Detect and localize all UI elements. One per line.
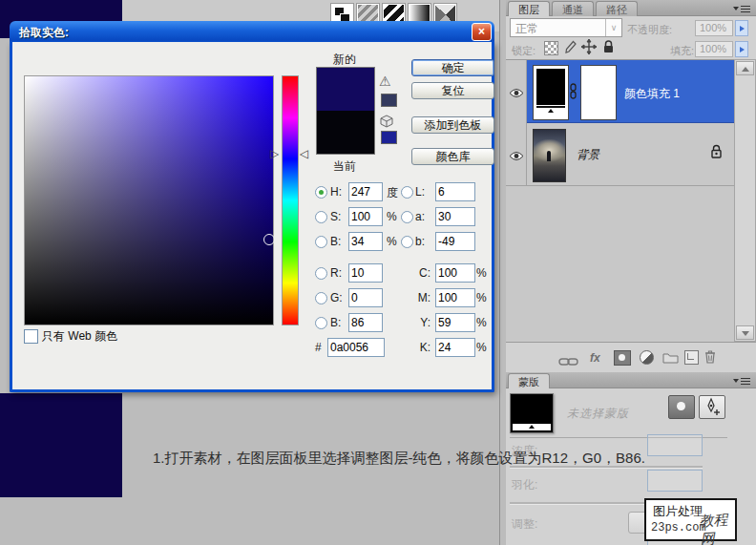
tutorial-caption: 1.打开素材，在图层面板里选择调整图层-纯色，将颜色设置为R12，G0，B86.: [153, 450, 645, 468]
ok-button[interactable]: 确定: [411, 59, 494, 76]
b-input[interactable]: [348, 232, 383, 251]
s-input[interactable]: [348, 207, 383, 226]
vector-mask-button[interactable]: [699, 395, 725, 419]
k-label: K:: [411, 341, 430, 354]
new-adjustment-layer-icon[interactable]: [640, 350, 654, 365]
masks-tabbar: 蒙版: [506, 372, 756, 388]
layers-bottom-bar: fx: [506, 342, 756, 372]
opacity-spinner-icon[interactable]: [735, 20, 748, 36]
color-field[interactable]: [24, 75, 274, 325]
m-input[interactable]: [435, 288, 475, 307]
add-layer-mask-icon[interactable]: [614, 350, 631, 366]
c-input[interactable]: [435, 263, 475, 283]
layer-style-icon[interactable]: fx: [590, 351, 600, 365]
hex-input[interactable]: [327, 338, 385, 357]
k-input[interactable]: [435, 338, 475, 357]
radio-a[interactable]: [401, 211, 413, 223]
l-input[interactable]: [435, 182, 475, 201]
hue-slider[interactable]: [282, 75, 299, 325]
new-color-swatch: [317, 68, 374, 111]
color-libraries-button[interactable]: 颜色库: [411, 148, 494, 165]
layers-scrollbar[interactable]: [734, 59, 756, 342]
layer-lock-icon: [710, 144, 723, 162]
density-input[interactable]: [647, 434, 703, 456]
fill-value[interactable]: 100%: [695, 41, 733, 57]
b2-input[interactable]: [435, 232, 475, 251]
chevron-down-icon: ∨: [605, 19, 621, 36]
web-safe-color-swatch[interactable]: [381, 131, 397, 144]
visibility-cell[interactable]: [506, 60, 527, 123]
new-group-icon[interactable]: [662, 350, 679, 367]
dialog-titlebar[interactable]: 拾取实色: ×: [10, 21, 494, 42]
feather-input[interactable]: [647, 470, 703, 492]
add-to-swatches-button[interactable]: 添加到色板: [411, 116, 494, 134]
gamut-warning-icon[interactable]: ⚠: [379, 74, 391, 88]
layer-list: 颜色填充 1 背景: [506, 59, 734, 342]
tab-layers[interactable]: 图层: [508, 1, 550, 16]
watermark-line2: 23ps.com: [651, 521, 706, 535]
b-suffix: %: [387, 235, 397, 248]
reset-button[interactable]: 复位: [411, 82, 494, 99]
lock-all-icon[interactable]: [602, 40, 615, 57]
radio-b-brightness[interactable]: [315, 236, 327, 248]
radio-b-rgb[interactable]: [315, 317, 327, 329]
s-suffix: %: [387, 210, 397, 223]
blend-mode-select[interactable]: 正常 ∨: [510, 18, 622, 37]
scroll-down-icon[interactable]: [736, 325, 754, 340]
radio-b-lab[interactable]: [401, 236, 413, 248]
lock-paint-brush-icon[interactable]: [563, 40, 578, 58]
eye-icon[interactable]: [509, 148, 524, 165]
radio-l[interactable]: [401, 186, 413, 199]
layers-panel-menu-icon[interactable]: [733, 5, 750, 13]
eye-icon[interactable]: [509, 85, 524, 102]
watermark-line1: 图片处理: [653, 503, 703, 520]
r-input[interactable]: [348, 263, 383, 283]
layer-mask-thumbnail[interactable]: [580, 65, 617, 120]
web-colors-checkbox[interactable]: [24, 329, 38, 344]
b3-input[interactable]: [348, 313, 383, 332]
hue-slider-left-arrow-icon[interactable]: ▷: [270, 148, 279, 159]
photoshop-workspace: 1.打开素材，在图层面板里选择调整图层-纯色，将颜色设置为R12，G0，B86.…: [0, 0, 756, 545]
y-input[interactable]: [435, 313, 475, 332]
radio-h[interactable]: [315, 186, 327, 199]
layer-name[interactable]: 背景: [577, 147, 599, 163]
a-input[interactable]: [435, 207, 475, 226]
tab-masks[interactable]: 蒙版: [508, 373, 550, 388]
c-suffix: %: [476, 266, 487, 280]
opacity-value[interactable]: 100%: [695, 20, 733, 36]
masks-panel-menu-icon[interactable]: [733, 377, 750, 386]
link-layers-icon[interactable]: [558, 353, 578, 370]
link-mask-icon[interactable]: [569, 83, 578, 104]
delete-layer-icon[interactable]: [704, 349, 716, 367]
document-canvas-bottom: [0, 393, 122, 497]
g-label: G:: [330, 291, 343, 304]
adjust-label: 调整:: [512, 516, 537, 533]
new-color-label: 新的: [316, 52, 373, 68]
pixel-mask-button[interactable]: [668, 395, 695, 419]
layer-name[interactable]: 颜色填充 1: [624, 86, 680, 102]
radio-s[interactable]: [315, 211, 327, 223]
gamut-color-swatch[interactable]: [381, 94, 397, 107]
background-layer-thumbnail[interactable]: [533, 129, 566, 182]
tab-channels[interactable]: 通道: [552, 1, 594, 16]
layer-row-background[interactable]: 背景: [506, 123, 734, 186]
y-label: Y:: [411, 316, 430, 329]
fill-spinner-icon[interactable]: [735, 41, 748, 57]
watermark-box: 图片处理 23ps.com 教程网: [644, 498, 737, 541]
layer-row-color-fill[interactable]: 颜色填充 1: [506, 60, 734, 123]
close-button[interactable]: ×: [472, 23, 492, 41]
h-input[interactable]: [348, 182, 383, 201]
radio-r[interactable]: [315, 267, 327, 280]
new-layer-icon[interactable]: [684, 350, 699, 365]
fill-layer-thumbnail[interactable]: [533, 65, 569, 120]
dialog-title: 拾取实色:: [19, 25, 69, 41]
scroll-up-icon[interactable]: [736, 61, 754, 75]
hue-slider-right-arrow-icon[interactable]: ◁: [300, 148, 308, 159]
tab-paths[interactable]: 路径: [596, 1, 638, 16]
color-field-marker[interactable]: [263, 234, 275, 245]
lock-transparency-icon[interactable]: [544, 41, 558, 55]
lock-position-icon[interactable]: [581, 39, 597, 58]
visibility-cell[interactable]: [506, 123, 527, 185]
radio-g[interactable]: [315, 292, 327, 304]
g-input[interactable]: [348, 288, 383, 307]
